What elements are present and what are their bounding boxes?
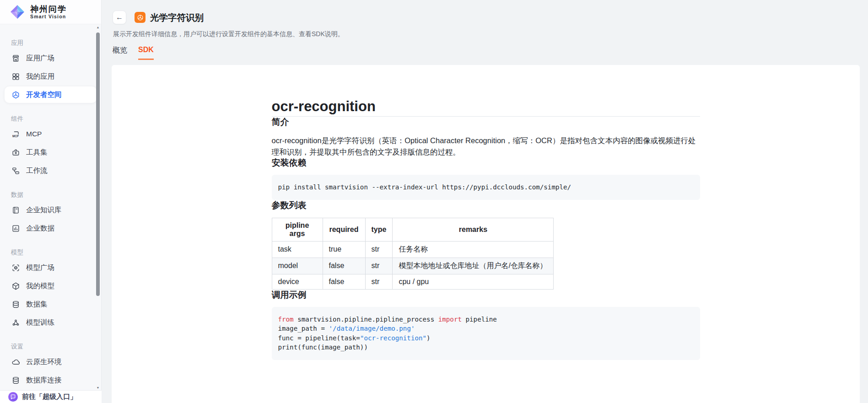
title-group: 光学字符识别 bbox=[135, 11, 204, 24]
install-code-block: pip install smartvision --extra-index-ur… bbox=[272, 175, 700, 200]
table-cell: cpu / gpu bbox=[393, 274, 554, 289]
hexnet-icon bbox=[11, 90, 20, 99]
sidebar-item-dev-space[interactable]: 开发者空间 bbox=[5, 86, 97, 103]
section-label: 设置 bbox=[11, 343, 101, 351]
sidebar-item-mcp[interactable]: MCPMCP bbox=[5, 126, 97, 142]
sidebar-item-enterprise-data[interactable]: 企业数据 bbox=[5, 220, 97, 236]
brand-text: 神州问学 Smart Vision bbox=[30, 5, 67, 20]
code-token: ) bbox=[426, 334, 431, 342]
table-header-cell: pipline args bbox=[272, 218, 323, 241]
ocr-component-icon bbox=[135, 12, 146, 23]
table-cell: 任务名称 bbox=[393, 241, 554, 258]
brand-logo-bar: 神州问学 Smart Vision bbox=[0, 0, 101, 24]
table-cell: false bbox=[323, 274, 365, 289]
sidebar-item-label: 工作流 bbox=[26, 166, 48, 176]
table-cell: device bbox=[272, 274, 323, 289]
nodes-icon bbox=[11, 318, 20, 327]
super-entry-label: 前往「超级入口」 bbox=[22, 392, 77, 401]
sidebar-section: 设置云原生环境数据库连接 bbox=[0, 343, 101, 388]
sidebar-section: 数据企业知识库企业数据 bbox=[0, 191, 101, 236]
cloud-icon bbox=[11, 357, 20, 366]
sidebar-item-knowledge-base[interactable]: 企业知识库 bbox=[5, 202, 97, 218]
sidebar-item-workflow[interactable]: 工作流 bbox=[5, 162, 97, 179]
super-entry-link[interactable]: 前往「超级入口」 bbox=[0, 390, 102, 403]
code-token: pip install smartvision --extra-index-ur… bbox=[278, 183, 571, 191]
sidebar-section: 模型模型广场我的模型数据集模型训练 bbox=[0, 248, 101, 331]
params-table: pipline argsrequiredtyperemarks tasktrue… bbox=[272, 218, 554, 290]
workflow-icon bbox=[11, 166, 20, 175]
sidebar-item-model-training[interactable]: 模型训练 bbox=[5, 314, 97, 331]
scroll-up-icon[interactable]: ▲ bbox=[96, 25, 100, 30]
sidebar-item-label: 企业数据 bbox=[26, 224, 54, 233]
table-cell: true bbox=[323, 241, 365, 258]
sidebar-item-label: 模型训练 bbox=[26, 318, 54, 328]
table-cell: 模型本地地址或仓库地址（用户名/仓库名称） bbox=[393, 258, 554, 274]
table-cell: str bbox=[365, 258, 393, 274]
code-token: from bbox=[278, 316, 294, 323]
sidebar-scrollbar[interactable]: ▲ ▼ bbox=[96, 25, 100, 390]
brand-title: 神州问学 bbox=[30, 5, 67, 14]
back-button[interactable]: ← bbox=[113, 11, 126, 24]
barchart-icon bbox=[11, 224, 20, 233]
example-code-block: from smartvision.pipline.pipline_process… bbox=[272, 307, 700, 360]
sidebar-item-label: 企业知识库 bbox=[26, 205, 62, 215]
markdown-body: ocr-recognition 简介 ocr-recognition是光学字符识… bbox=[272, 65, 700, 360]
intro-heading: 简介 bbox=[272, 117, 700, 127]
table-cell: task bbox=[272, 241, 323, 258]
tab-overview[interactable]: 概览 bbox=[113, 46, 127, 60]
notebook-icon bbox=[11, 205, 20, 215]
sidebar-section: 组件MCPMCP工具集工作流 bbox=[0, 115, 101, 179]
sidebar-item-toolset[interactable]: 工具集 bbox=[5, 144, 97, 161]
sidebar-section: 应用应用广场我的应用开发者空间 bbox=[0, 39, 101, 103]
sidebar-item-label: 工具集 bbox=[26, 148, 48, 157]
code-token: '/data/image/demo.png' bbox=[329, 325, 415, 332]
sidebar-item-label: 模型广场 bbox=[26, 263, 54, 273]
table-cell: model bbox=[272, 258, 323, 274]
sidebar-item-my-models[interactable]: 我的模型 bbox=[5, 278, 97, 294]
back-arrow-icon: ← bbox=[116, 13, 123, 21]
sidebar-item-label: 我的应用 bbox=[26, 72, 54, 81]
section-label: 模型 bbox=[11, 248, 101, 257]
sidebar-item-model-market[interactable]: 模型广场 bbox=[5, 259, 97, 276]
sidebar-item-label: 开发者空间 bbox=[26, 90, 62, 100]
table-row: tasktruestr任务名称 bbox=[272, 241, 554, 258]
store-icon bbox=[11, 54, 20, 63]
sidebar-item-app-market[interactable]: 应用广场 bbox=[5, 50, 97, 66]
scrollbar-thumb[interactable] bbox=[96, 32, 100, 296]
sidebar-item-label: 应用广场 bbox=[26, 54, 54, 63]
table-header-cell: remarks bbox=[393, 218, 554, 241]
code-token: func = pipeline(task= bbox=[278, 334, 360, 342]
chat-bubble-icon bbox=[8, 392, 18, 402]
code-token: print(func(image_path)) bbox=[278, 344, 368, 351]
scroll-down-icon[interactable]: ▼ bbox=[96, 386, 100, 390]
sidebar-item-cloud-native[interactable]: 云原生环境 bbox=[5, 354, 97, 370]
doc-title: ocr-recognition bbox=[272, 97, 700, 117]
sidebar: 神州问学 Smart Vision 应用应用广场我的应用开发者空间组件MCPMC… bbox=[0, 0, 102, 403]
table-header-row: pipline argsrequiredtyperemarks bbox=[272, 218, 554, 241]
section-label: 应用 bbox=[11, 39, 101, 47]
cube-icon bbox=[11, 281, 20, 290]
sidebar-item-label: 数据集 bbox=[26, 300, 48, 309]
table-cell: str bbox=[365, 274, 393, 289]
page-header: ← 光学字符识别 展示开发组件详细信息，用户可以进行设置开发组件的基本信息、查看… bbox=[102, 0, 868, 60]
cubescan-icon bbox=[11, 263, 20, 272]
sidebar-item-label: 数据库连接 bbox=[26, 376, 62, 385]
tab-bar: 概览SDK bbox=[113, 46, 868, 60]
sdk-doc-card: ocr-recognition 简介 ocr-recognition是光学字符识… bbox=[112, 65, 860, 403]
svg-text:MCP: MCP bbox=[12, 134, 18, 137]
sidebar-item-db-connection[interactable]: 数据库连接 bbox=[5, 372, 97, 388]
table-cell: str bbox=[365, 241, 393, 258]
toolbox-icon bbox=[11, 148, 20, 157]
sidebar-item-dataset[interactable]: 数据集 bbox=[5, 296, 97, 312]
install-heading: 安装依赖 bbox=[272, 157, 700, 168]
code-token: pipeline bbox=[462, 316, 497, 323]
code-token: import bbox=[438, 316, 462, 323]
section-label: 组件 bbox=[11, 115, 101, 123]
database-icon bbox=[11, 300, 20, 309]
brand-subtitle: Smart Vision bbox=[30, 14, 67, 19]
sidebar-item-my-apps[interactable]: 我的应用 bbox=[5, 68, 97, 85]
section-label: 数据 bbox=[11, 191, 101, 199]
code-token: smartvision.pipline.pipline_process bbox=[294, 316, 438, 323]
app-root: { "brand": { "title": "神州问学", "subtitle"… bbox=[0, 0, 868, 403]
tab-sdk[interactable]: SDK bbox=[138, 46, 154, 60]
